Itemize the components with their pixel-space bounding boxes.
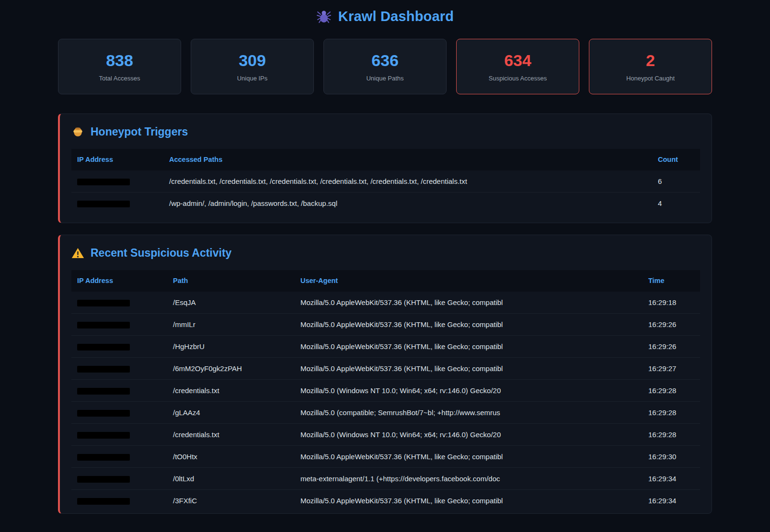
column-header: Time: [643, 270, 700, 292]
path-cell: /HgHzbrU: [167, 336, 295, 358]
accessed-paths-cell: /credentials.txt, /credentials.txt, /cre…: [163, 170, 652, 192]
time-cell: 16:29:18: [643, 292, 700, 314]
time-cell: 16:29:34: [643, 490, 700, 512]
time-cell: 16:29:30: [643, 446, 700, 468]
suspicious-panel: Recent Suspicious Activity IP AddressPat…: [58, 235, 712, 514]
stat-label: Unique IPs: [196, 75, 309, 82]
honeypot-table-row: /wp-admin/, /admin/login, /passwords.txt…: [71, 192, 700, 215]
stat-card: 309 Unique IPs: [191, 39, 314, 94]
redacted-ip: [77, 432, 130, 439]
suspicious-table-row: /credentials.txt Mozilla/5.0 (Windows NT…: [71, 380, 700, 402]
stat-label: Honeypot Caught: [594, 75, 707, 82]
redacted-ip: [77, 179, 130, 185]
redacted-ip: [77, 300, 130, 306]
user-agent-cell: Mozilla/5.0 AppleWebKit/537.36 (KHTML, l…: [295, 358, 643, 380]
spider-icon: [316, 9, 332, 24]
path-cell: /EsqJA: [167, 292, 295, 314]
stat-value: 2: [594, 52, 707, 68]
accessed-paths-cell: /wp-admin/, /admin/login, /passwords.txt…: [163, 192, 652, 215]
ip-cell: [71, 358, 167, 380]
suspicious-table-row: /gLAAz4 Mozilla/5.0 (compatible; Semrush…: [71, 402, 700, 424]
ip-cell: [71, 170, 163, 192]
ip-cell: [71, 314, 167, 336]
user-agent-cell: Mozilla/5.0 AppleWebKit/537.36 (KHTML, l…: [295, 490, 643, 512]
ip-cell: [71, 292, 167, 314]
user-agent-cell: Mozilla/5.0 AppleWebKit/537.36 (KHTML, l…: [295, 292, 643, 314]
user-agent-cell: Mozilla/5.0 (Windows NT 10.0; Win64; x64…: [295, 380, 643, 402]
column-header: Accessed Paths: [163, 149, 652, 170]
suspicious-table-row: /0ltLxd meta-externalagent/1.1 (+https:/…: [71, 468, 700, 490]
path-cell: /6mM2OyF0gk2zPAH: [167, 358, 295, 380]
user-agent-cell: Mozilla/5.0 (compatible; SemrushBot/7~bl…: [295, 402, 643, 424]
redacted-ip: [77, 322, 130, 328]
time-cell: 16:29:34: [643, 468, 700, 490]
stats-row: 838 Total Accesses 309 Unique IPs 636 Un…: [58, 39, 712, 94]
stat-value: 636: [329, 52, 441, 68]
suspicious-table-row: /credentials.txt Mozilla/5.0 (Windows NT…: [71, 424, 700, 446]
suspicious-table-row: /HgHzbrU Mozilla/5.0 AppleWebKit/537.36 …: [71, 336, 700, 358]
page-header: Krawl Dashboard: [58, 9, 712, 24]
count-cell: 4: [652, 192, 700, 215]
stat-label: Total Accesses: [63, 75, 176, 82]
path-cell: /3FXfiC: [167, 490, 295, 512]
honeypot-panel: Honeypot Triggers IP AddressAccessed Pat…: [58, 113, 712, 223]
redacted-ip: [77, 410, 130, 417]
column-header: Count: [652, 149, 700, 170]
ip-cell: [71, 336, 167, 358]
honeypot-heading: Honeypot Triggers: [71, 125, 700, 138]
path-cell: /credentials.txt: [167, 424, 295, 446]
time-cell: 16:29:26: [643, 336, 700, 358]
redacted-ip: [77, 201, 130, 207]
column-header: User-Agent: [295, 270, 643, 292]
time-cell: 16:29:28: [643, 380, 700, 402]
honeypot-icon: [71, 125, 84, 138]
user-agent-cell: Mozilla/5.0 (Windows NT 10.0; Win64; x64…: [295, 424, 643, 446]
suspicious-heading: Recent Suspicious Activity: [71, 247, 700, 260]
suspicious-title: Recent Suspicious Activity: [91, 247, 231, 260]
ip-cell: [71, 192, 163, 215]
ip-cell: [71, 446, 167, 468]
honeypot-table-row: /credentials.txt, /credentials.txt, /cre…: [71, 170, 700, 192]
path-cell: /tO0Htx: [167, 446, 295, 468]
count-cell: 6: [652, 170, 700, 192]
ip-cell: [71, 424, 167, 446]
path-cell: /mmILr: [167, 314, 295, 336]
page-title: Krawl Dashboard: [338, 9, 454, 24]
user-agent-cell: meta-externalagent/1.1 (+https://develop…: [295, 468, 643, 490]
time-cell: 16:29:28: [643, 424, 700, 446]
user-agent-cell: Mozilla/5.0 AppleWebKit/537.36 (KHTML, l…: [295, 336, 643, 358]
honeypot-table-header: IP AddressAccessed PathsCount: [71, 149, 700, 170]
path-cell: /0ltLxd: [167, 468, 295, 490]
suspicious-table-row: /3FXfiC Mozilla/5.0 AppleWebKit/537.36 (…: [71, 490, 700, 512]
redacted-ip: [77, 454, 130, 461]
stat-card: 634 Suspicious Accesses: [456, 39, 579, 94]
ip-cell: [71, 490, 167, 512]
suspicious-table-row: /mmILr Mozilla/5.0 AppleWebKit/537.36 (K…: [71, 314, 700, 336]
krawl-dashboard: Krawl Dashboard 838 Total Accesses 309 U…: [58, 0, 712, 514]
user-agent-cell: Mozilla/5.0 AppleWebKit/537.36 (KHTML, l…: [295, 314, 643, 336]
redacted-ip: [77, 498, 130, 505]
stat-label: Suspicious Accesses: [461, 75, 574, 82]
path-cell: /gLAAz4: [167, 402, 295, 424]
redacted-ip: [77, 388, 130, 395]
honeypot-table: IP AddressAccessed PathsCount /credentia…: [71, 149, 700, 214]
redacted-ip: [77, 366, 130, 373]
redacted-ip: [77, 476, 130, 483]
column-header: Path: [167, 270, 295, 292]
stat-card: 636 Unique Paths: [323, 39, 447, 94]
ip-cell: [71, 468, 167, 490]
stat-card: 838 Total Accesses: [58, 39, 181, 94]
stat-value: 838: [63, 52, 176, 68]
path-cell: /credentials.txt: [167, 380, 295, 402]
time-cell: 16:29:28: [643, 402, 700, 424]
stat-value: 309: [196, 52, 309, 68]
stat-card: 2 Honeypot Caught: [589, 39, 712, 94]
redacted-ip: [77, 344, 130, 351]
warning-icon: [71, 247, 84, 259]
column-header: IP Address: [71, 149, 163, 170]
suspicious-table-row: /tO0Htx Mozilla/5.0 AppleWebKit/537.36 (…: [71, 446, 700, 468]
suspicious-table-row: /6mM2OyF0gk2zPAH Mozilla/5.0 AppleWebKit…: [71, 358, 700, 380]
stat-value: 634: [461, 52, 574, 68]
suspicious-table: IP AddressPathUser-AgentTime /EsqJA Mozi…: [71, 270, 700, 511]
honeypot-title: Honeypot Triggers: [91, 125, 188, 138]
